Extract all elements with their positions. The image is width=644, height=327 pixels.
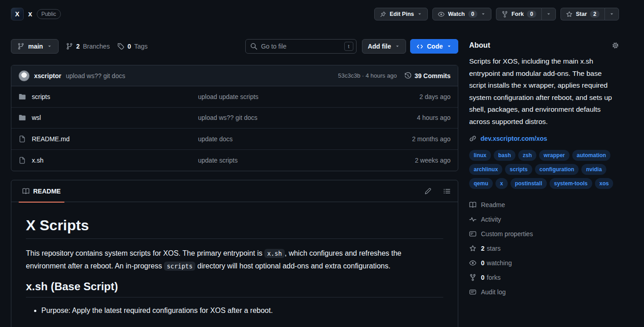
ref-links: 2 Branches 0 Tags (66, 43, 148, 50)
meta-readme-link[interactable]: Readme (469, 198, 619, 212)
fork-dropdown-button[interactable] (541, 8, 556, 20)
branch-selector[interactable]: main (11, 39, 59, 54)
git-branch-icon (17, 43, 25, 50)
topic-pill[interactable]: system-tools (550, 178, 592, 189)
file-row[interactable]: wsl upload ws?? git docs 4 hours ago (11, 108, 458, 129)
edit-about-button[interactable] (612, 42, 619, 49)
eye-icon (469, 259, 476, 267)
branches-link[interactable]: 2 Branches (66, 43, 110, 50)
code-label: Code (427, 43, 443, 50)
fork-label: Fork (511, 11, 524, 17)
topics-list: linux bash zsh wrapper automation archli… (469, 150, 619, 189)
topic-pill[interactable]: zsh (518, 150, 536, 161)
tags-label: Tags (134, 43, 148, 50)
shortcut-key-badge: t (344, 42, 353, 51)
topic-pill[interactable]: wrapper (539, 150, 570, 161)
file-commit-message[interactable]: upload ws?? git docs (198, 114, 417, 121)
book-icon (22, 188, 30, 195)
watch-label: Watch (448, 11, 465, 17)
edit-pins-button[interactable]: Edit Pins (374, 8, 428, 20)
fork-count: 0 (527, 10, 536, 18)
about-description: Scripts for XOS, including the main x.sh… (469, 55, 619, 128)
list-icon (443, 188, 451, 195)
eye-icon (438, 11, 445, 18)
repo-website-link[interactable]: dev.xscriptor.com/xos (481, 135, 547, 142)
topic-pill[interactable]: linux (469, 150, 491, 161)
topic-pill[interactable]: scripts (505, 164, 532, 175)
topic-pill[interactable]: configuration (535, 164, 579, 175)
org-avatar[interactable]: X (11, 8, 24, 20)
commit-history-link[interactable]: 39 Commits (404, 72, 451, 79)
tab-readme[interactable]: README (15, 180, 68, 202)
latest-commit-bar: xscriptor upload ws?? git docs 53c3c3b ·… (11, 65, 458, 86)
repo-name[interactable]: x (28, 10, 32, 18)
outline-button[interactable] (440, 184, 454, 198)
topic-pill[interactable]: xos (595, 178, 614, 189)
content-column: main 2 Branches 0 Tags (11, 39, 458, 327)
topic-pill[interactable]: archlinux (469, 164, 502, 175)
about-header: About (469, 39, 619, 50)
file-name[interactable]: wsl (32, 114, 41, 121)
star-icon (469, 245, 476, 252)
commit-sha-time[interactable]: 53c3c3b · 4 hours ago (338, 72, 396, 79)
watch-button[interactable]: Watch 0 (432, 8, 491, 20)
file-table: xscriptor upload ws?? git docs 53c3c3b ·… (11, 65, 458, 171)
edit-readme-button[interactable] (421, 184, 435, 198)
star-dropdown-button[interactable] (604, 8, 619, 20)
meta-activity-link[interactable]: Activity (469, 212, 619, 227)
pin-icon (380, 11, 386, 18)
topic-pill[interactable]: nvidia (581, 164, 606, 175)
link-icon (469, 135, 476, 142)
star-icon (566, 11, 573, 18)
folder-icon (19, 93, 26, 100)
file-name[interactable]: scripts (32, 93, 50, 100)
readme-bullet-item: Purpose: Apply the latest required confi… (41, 305, 443, 317)
meta-audit-log-link[interactable]: Audit log (469, 285, 619, 299)
file-icon (19, 135, 26, 143)
repo-page: X x Public Edit Pins Watch 0 Fork 0 (0, 0, 644, 327)
file-row[interactable]: README.md update docs 2 months ago (11, 129, 458, 150)
search-icon (250, 43, 258, 50)
fork-icon (501, 11, 508, 18)
branches-count: 2 (76, 43, 80, 50)
file-name[interactable]: README.md (32, 135, 69, 143)
edit-pins-label: Edit Pins (390, 11, 414, 17)
star-button[interactable]: Star 2 (560, 8, 604, 20)
tags-link[interactable]: 0 Tags (117, 43, 148, 50)
readme-tab-label: README (33, 188, 61, 195)
topic-pill[interactable]: qemu (469, 178, 493, 189)
file-commit-message[interactable]: upload update scripts (198, 93, 420, 100)
file-commit-time: 4 hours ago (417, 114, 451, 121)
topic-pill[interactable]: automation (572, 150, 611, 161)
meta-custom-properties-link[interactable]: Custom properties (469, 227, 619, 241)
star-count: 2 (590, 10, 599, 18)
file-commit-message[interactable]: update scripts (198, 157, 415, 164)
meta-stars-link[interactable]: 2 stars (469, 241, 619, 256)
tag-icon (117, 43, 124, 50)
meta-forks-link[interactable]: 0 forks (469, 270, 619, 285)
file-name[interactable]: x.sh (32, 157, 44, 164)
meta-watching-link[interactable]: 0 watching (469, 256, 619, 270)
add-file-label: Add file (368, 43, 391, 50)
file-search-input[interactable] (261, 43, 344, 50)
fork-button[interactable]: Fork 0 (496, 8, 541, 20)
topic-pill[interactable]: x (495, 178, 508, 189)
log-icon (469, 288, 476, 296)
commit-message[interactable]: upload ws?? git docs (66, 72, 125, 79)
chevron-down-icon (417, 11, 422, 17)
chevron-down-icon (481, 11, 486, 17)
topic-pill[interactable]: bash (494, 150, 515, 161)
file-row[interactable]: scripts upload update scripts 2 days ago (11, 86, 458, 108)
add-file-button[interactable]: Add file (362, 39, 406, 54)
readme-title: X Scripts (26, 217, 443, 239)
commit-author[interactable]: xscriptor (34, 72, 61, 79)
commit-author-avatar[interactable] (19, 70, 30, 81)
file-row[interactable]: x.sh update scripts 2 weeks ago (11, 150, 458, 171)
inline-code: x.sh (264, 249, 285, 258)
main-area: main 2 Branches 0 Tags (0, 28, 644, 327)
tags-count: 0 (128, 43, 131, 50)
file-commit-message[interactable]: update docs (198, 135, 412, 143)
file-commit-time: 2 weeks ago (415, 157, 451, 164)
code-button[interactable]: Code (410, 39, 458, 54)
topic-pill[interactable]: postinstall (510, 178, 547, 189)
